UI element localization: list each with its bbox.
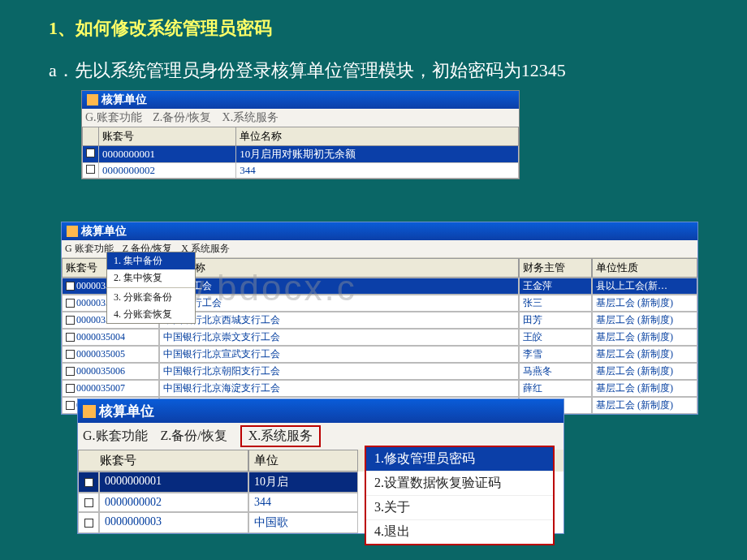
checkbox-icon[interactable] [86, 149, 95, 157]
menu-backup[interactable]: Z.备份/恢复 [161, 429, 227, 442]
checkbox-icon[interactable] [66, 299, 75, 308]
col-account-no: 账套号 [99, 127, 236, 146]
window-1-titlebar: 核算单位 [82, 91, 519, 109]
col-check [83, 127, 99, 146]
col-unit-name: 单位名称 [236, 127, 519, 146]
dropdown-item[interactable]: 2.设置数据恢复验证码 [366, 472, 553, 496]
checkbox-icon[interactable] [66, 282, 75, 291]
window-1-menubar: G.账套功能 Z.备份/恢复 X.系统服务 [82, 109, 519, 127]
window-2-titlebar: 核算单位 [62, 222, 697, 240]
window-1: 核算单位 G.账套功能 Z.备份/恢复 X.系统服务 账套号 单位名称 0000… [81, 90, 520, 179]
dropdown-item[interactable]: 4.退出 [366, 520, 553, 544]
window-2: 核算单位 G 账套功能 Z 备份/恢复 X 系统服务 1. 集中备份2. 集中恢… [61, 222, 698, 415]
menu-system-highlight[interactable]: X.系统服务 [240, 425, 322, 447]
table-row[interactable]: 0000035006中国银行北京朝阳支行工会马燕冬基层工会 (新制度) [62, 363, 697, 380]
window-3-menubar: G.账套功能 Z.备份/恢复 X.系统服务 1.修改管理员密码2.设置数据恢复验… [78, 423, 563, 450]
window-3-titlebar: 核算单位 [78, 399, 563, 423]
window-3-title: 核算单位 [99, 402, 154, 420]
menu-system[interactable]: X.系统服务 [222, 111, 279, 123]
dropdown-item[interactable]: 2. 集中恢复 [107, 269, 195, 286]
checkbox-icon[interactable] [84, 478, 93, 487]
table-row[interactable]: 0000035005中国银行北京宣武支行工会李雪基层工会 (新制度) [62, 346, 697, 363]
checkbox-icon[interactable] [66, 316, 75, 325]
menu-accounts[interactable]: G.账套功能 [83, 429, 148, 442]
dropdown-item[interactable]: 1.修改管理员密码 [366, 447, 553, 472]
table-row[interactable]: 0000035004中国银行北京崇文支行工会王皎基层工会 (新制度) [62, 329, 697, 346]
checkbox-icon[interactable] [86, 165, 95, 174]
col-unit-name: 单位 [248, 450, 358, 472]
slide-title: 1、如何修改系统管理员密码 [49, 16, 698, 41]
col-unit-name: 单位名称 [159, 258, 519, 278]
table-row[interactable]: 0000000002344 [83, 163, 519, 179]
app-icon [83, 405, 96, 418]
app-icon [87, 94, 98, 106]
table-row[interactable]: 000000000110月启用对账期初无余额 [83, 146, 519, 163]
dropdown-item[interactable]: 3.关于 [366, 496, 553, 520]
dropdown-item[interactable]: 1. 集中备份 [107, 252, 195, 269]
dropdown-item[interactable]: 3. 分账套备份 [107, 289, 195, 306]
backup-dropdown[interactable]: 1. 集中备份2. 集中恢复3. 分账套备份4. 分账套恢复 [106, 252, 196, 324]
checkbox-icon[interactable] [66, 384, 75, 393]
window-2-title: 核算单位 [81, 224, 127, 239]
menu-backup[interactable]: Z.备份/恢复 [153, 111, 211, 123]
slide-subtitle: a．先以系统管理员身份登录核算单位管理模块，初始密码为12345 [49, 57, 698, 84]
checkbox-icon[interactable] [66, 401, 75, 410]
system-dropdown[interactable]: 1.修改管理员密码2.设置数据恢复验证码3.关于4.退出 [365, 446, 555, 545]
table-1: 账套号 单位名称 000000000110月启用对账期初无余额000000000… [82, 127, 519, 179]
col-manager: 财务主管 [519, 258, 592, 278]
table-row[interactable]: 0000035007中国银行北京海淀支行工会薛红基层工会 (新制度) [62, 380, 697, 397]
checkbox-icon[interactable] [66, 333, 75, 342]
checkbox-icon[interactable] [66, 350, 75, 359]
col-unit-type: 单位性质 [592, 258, 697, 278]
app-icon [67, 226, 78, 237]
col-account-no: 账套号 [78, 450, 248, 472]
checkbox-icon[interactable] [84, 519, 93, 528]
menu-accounts[interactable]: G.账套功能 [85, 111, 142, 123]
dropdown-item[interactable]: 4. 分账套恢复 [107, 306, 195, 323]
checkbox-icon[interactable] [84, 498, 93, 507]
window-3: 核算单位 G.账套功能 Z.备份/恢复 X.系统服务 1.修改管理员密码2.设置… [77, 398, 564, 534]
checkbox-icon[interactable] [66, 367, 75, 376]
window-1-title: 核算单位 [101, 93, 147, 107]
